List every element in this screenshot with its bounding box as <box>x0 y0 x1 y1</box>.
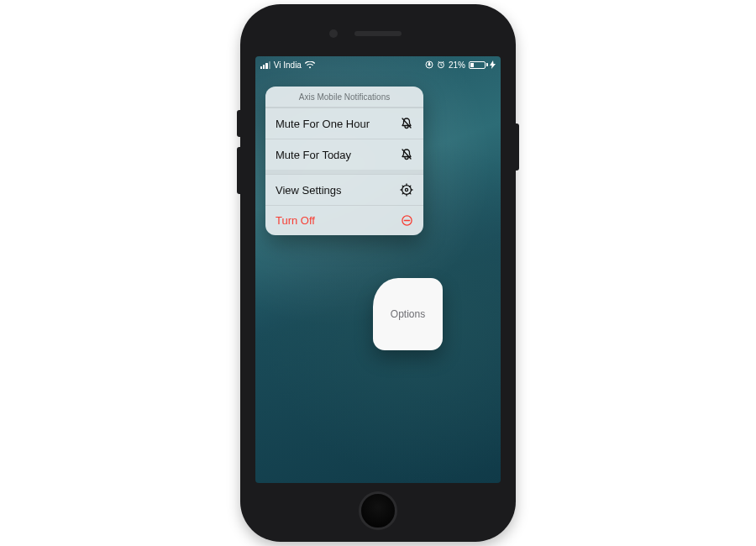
menu-item-label: View Settings <box>276 184 342 197</box>
status-bar: Vi India 21% <box>255 56 501 71</box>
battery-icon <box>469 60 496 69</box>
phone-side-button <box>516 123 519 171</box>
signal-icon <box>260 61 270 69</box>
phone-frame: Vi India 21% <box>240 4 516 542</box>
home-button[interactable] <box>359 491 397 530</box>
alarm-icon <box>437 60 445 69</box>
menu-item-label: Mute For Today <box>276 149 351 161</box>
menu-item-label: Mute For One Hour <box>276 118 370 130</box>
bell-slash-icon <box>400 148 413 161</box>
battery-percent-label: 21% <box>449 60 465 70</box>
mute-today-item[interactable]: Mute For Today <box>265 139 423 170</box>
options-chip-label: Options <box>391 308 425 320</box>
phone-speaker <box>354 31 402 36</box>
phone-camera <box>329 29 338 38</box>
bell-slash-icon <box>400 117 413 130</box>
view-settings-item[interactable]: View Settings <box>265 174 423 205</box>
notification-options-menu: Axis Mobile Notifications Mute For One H… <box>265 87 423 235</box>
orientation-lock-icon <box>425 60 433 69</box>
svg-point-3 <box>405 188 407 191</box>
turn-off-item[interactable]: Turn Off <box>265 205 423 235</box>
carrier-label: Vi India <box>274 60 302 70</box>
circle-minus-icon <box>401 214 413 227</box>
charging-icon <box>490 60 496 69</box>
mute-one-hour-item[interactable]: Mute For One Hour <box>265 108 423 139</box>
options-chip[interactable]: Options <box>373 278 443 350</box>
phone-screen: Vi India 21% <box>255 56 501 483</box>
wifi-icon <box>305 61 315 69</box>
menu-item-label: Turn Off <box>276 214 315 227</box>
gear-icon <box>400 183 413 197</box>
menu-title: Axis Mobile Notifications <box>265 87 423 108</box>
battery-fill <box>470 63 474 67</box>
